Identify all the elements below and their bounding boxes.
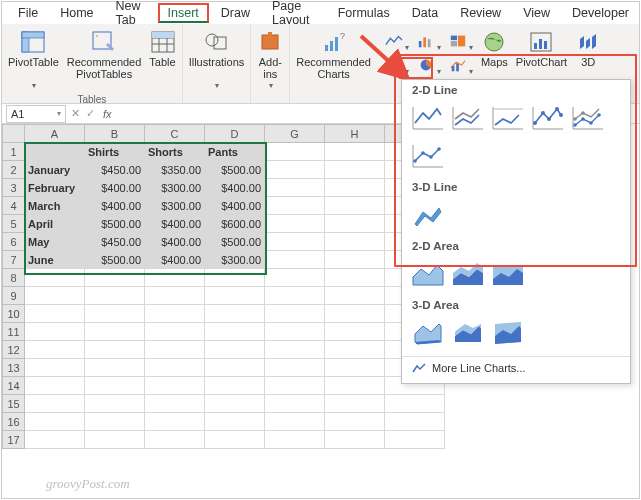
col-header[interactable]: D <box>205 125 265 143</box>
cell[interactable] <box>25 323 85 341</box>
row-header[interactable]: 5 <box>3 215 25 233</box>
cell[interactable] <box>325 413 385 431</box>
name-box[interactable]: A1 <box>6 105 66 123</box>
100-stacked-line-option[interactable] <box>490 101 526 135</box>
row-header[interactable]: 8 <box>3 269 25 287</box>
cell[interactable]: February <box>25 179 85 197</box>
tab-formulas[interactable]: Formulas <box>328 3 400 23</box>
cell[interactable] <box>265 179 325 197</box>
cell[interactable] <box>325 215 385 233</box>
cell[interactable]: $400.00 <box>145 215 205 233</box>
cell[interactable]: May <box>25 233 85 251</box>
enter-icon[interactable]: ✓ <box>86 107 95 120</box>
cell[interactable]: $400.00 <box>85 197 145 215</box>
col-header[interactable]: H <box>325 125 385 143</box>
row-header[interactable]: 9 <box>3 287 25 305</box>
cell[interactable] <box>265 359 325 377</box>
cell[interactable] <box>85 305 145 323</box>
row-header[interactable]: 3 <box>3 179 25 197</box>
100-stacked-line-markers-option[interactable] <box>410 139 446 173</box>
cell[interactable] <box>325 431 385 449</box>
row-header[interactable]: 14 <box>3 377 25 395</box>
cell[interactable] <box>265 323 325 341</box>
cell[interactable] <box>25 287 85 305</box>
cancel-icon[interactable]: ✕ <box>71 107 80 120</box>
cell[interactable]: $400.00 <box>205 197 265 215</box>
cell[interactable] <box>325 251 385 269</box>
cell[interactable]: $450.00 <box>85 161 145 179</box>
cell[interactable] <box>325 395 385 413</box>
cell[interactable]: $450.00 <box>85 233 145 251</box>
select-all-corner[interactable] <box>3 125 25 143</box>
cell[interactable] <box>205 305 265 323</box>
cell[interactable] <box>265 413 325 431</box>
row-header[interactable]: 10 <box>3 305 25 323</box>
cell[interactable] <box>325 287 385 305</box>
cell[interactable]: $400.00 <box>145 251 205 269</box>
row-header[interactable]: 6 <box>3 233 25 251</box>
cell[interactable] <box>85 413 145 431</box>
tab-draw[interactable]: Draw <box>211 3 260 23</box>
cell[interactable] <box>205 323 265 341</box>
cell[interactable] <box>265 161 325 179</box>
cell[interactable] <box>325 161 385 179</box>
cell[interactable] <box>265 251 325 269</box>
3d-stacked-area-option[interactable] <box>450 316 486 350</box>
cell[interactable]: January <box>25 161 85 179</box>
cell[interactable] <box>145 341 205 359</box>
cell[interactable] <box>25 431 85 449</box>
tab-view[interactable]: View <box>513 3 560 23</box>
cell[interactable]: $300.00 <box>205 251 265 269</box>
cell[interactable] <box>25 395 85 413</box>
cell[interactable] <box>205 341 265 359</box>
cell[interactable]: $400.00 <box>205 179 265 197</box>
cell[interactable] <box>145 269 205 287</box>
cell[interactable] <box>265 215 325 233</box>
row-header[interactable]: 7 <box>3 251 25 269</box>
stacked-line-option[interactable] <box>450 101 486 135</box>
tab-file[interactable]: File <box>8 3 48 23</box>
cell[interactable] <box>205 431 265 449</box>
cell[interactable] <box>325 233 385 251</box>
cell[interactable] <box>145 395 205 413</box>
row-header[interactable]: 2 <box>3 161 25 179</box>
cell[interactable] <box>385 431 445 449</box>
cell[interactable] <box>145 287 205 305</box>
row-header[interactable]: 11 <box>3 323 25 341</box>
cell[interactable] <box>265 287 325 305</box>
cell[interactable]: March <box>25 197 85 215</box>
more-line-charts[interactable]: More Line Charts... <box>402 356 630 379</box>
cell[interactable]: $400.00 <box>85 179 145 197</box>
line-markers-option[interactable] <box>530 101 566 135</box>
table-button[interactable]: Table <box>145 28 179 82</box>
cell[interactable] <box>205 395 265 413</box>
cell[interactable] <box>265 197 325 215</box>
cell[interactable]: $500.00 <box>205 233 265 251</box>
cell[interactable] <box>85 269 145 287</box>
row-header[interactable]: 16 <box>3 413 25 431</box>
cell[interactable] <box>265 395 325 413</box>
recommended-pivot-button[interactable]: Recommended PivotTables <box>63 28 146 82</box>
cell[interactable] <box>145 377 205 395</box>
cell[interactable] <box>265 143 325 161</box>
combo-chart-button[interactable] <box>443 54 473 76</box>
addins-button[interactable]: Add- ins <box>253 28 287 93</box>
cell[interactable] <box>325 179 385 197</box>
3d-line-option[interactable] <box>410 198 446 232</box>
cell[interactable]: Shirts <box>85 143 145 161</box>
tab-home[interactable]: Home <box>50 3 103 23</box>
cell[interactable] <box>205 377 265 395</box>
cell[interactable] <box>25 305 85 323</box>
cell[interactable] <box>205 287 265 305</box>
cell[interactable] <box>325 341 385 359</box>
hierarchy-chart-button[interactable] <box>443 30 473 52</box>
cell[interactable] <box>145 359 205 377</box>
cell[interactable] <box>265 233 325 251</box>
cell[interactable] <box>325 359 385 377</box>
cell[interactable] <box>205 269 265 287</box>
cell[interactable] <box>325 197 385 215</box>
row-header[interactable]: 1 <box>3 143 25 161</box>
col-header[interactable]: A <box>25 125 85 143</box>
cell[interactable]: $500.00 <box>85 251 145 269</box>
cell[interactable] <box>85 359 145 377</box>
